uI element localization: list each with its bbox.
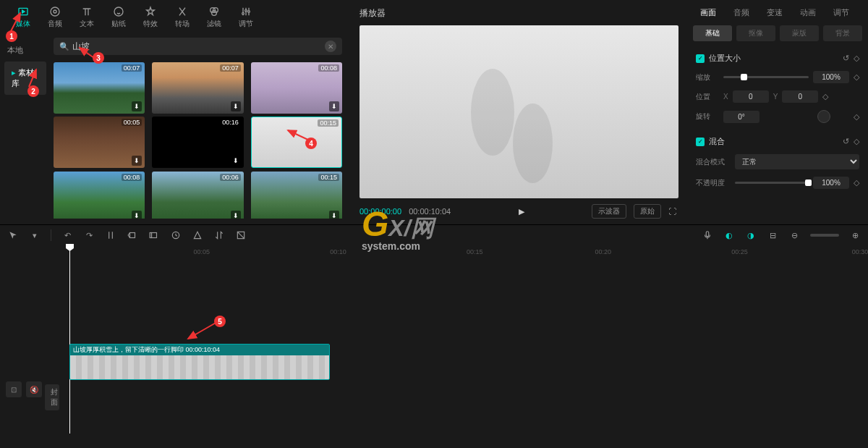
undo-icon[interactable]: ↶ — [61, 229, 73, 241]
ruler-tick: 00:20 — [595, 248, 612, 255]
fullscreen-icon[interactable]: ⛶ — [668, 207, 678, 216]
download-icon[interactable]: ⬇ — [231, 101, 241, 111]
track-mute-icon[interactable]: 🔇 — [26, 381, 42, 397]
track-toggle-icon[interactable]: ⊡ — [6, 381, 22, 397]
download-icon[interactable]: ⬇ — [231, 156, 241, 166]
tab-adjust[interactable]: 调节 — [230, 3, 262, 32]
media-thumb[interactable]: 00:08⬇ — [251, 62, 342, 114]
props-tab-anim[interactable]: 动画 — [793, 4, 823, 21]
link-on-icon[interactable]: ◑ — [745, 229, 757, 241]
keyframe-icon[interactable]: ◇ — [854, 137, 859, 146]
download-icon[interactable]: ⬇ — [231, 211, 241, 219]
zoom-slider[interactable] — [810, 234, 839, 237]
keyframe-icon[interactable]: ◇ — [822, 92, 828, 101]
tab-transition[interactable]: 转场 — [166, 3, 198, 32]
reset-icon[interactable]: ↺ — [843, 137, 849, 146]
props-tab-speed[interactable]: 变速 — [760, 4, 790, 21]
magnet-on-icon[interactable]: ◐ — [723, 229, 735, 241]
cover-button[interactable]: 封面 — [45, 384, 59, 410]
reset-icon[interactable]: ↺ — [843, 54, 849, 63]
reverse-icon[interactable] — [213, 229, 225, 241]
download-icon[interactable]: ⬇ — [132, 101, 142, 111]
tab-audio[interactable]: 音频 — [39, 3, 71, 32]
search-bar[interactable]: 🔍 ✕ — [54, 38, 342, 55]
media-thumb[interactable]: 00:07⬇ — [54, 62, 145, 114]
ruler-tick: 00:05 — [194, 248, 210, 255]
freeze-icon[interactable] — [170, 229, 182, 241]
tab-filter[interactable]: 滤镜 — [198, 3, 230, 32]
rotation-dial[interactable] — [817, 110, 830, 123]
media-thumb[interactable]: 00:15⬇ — [251, 172, 342, 219]
keyframe-icon[interactable]: ◇ — [854, 178, 859, 187]
effect-icon — [144, 6, 157, 17]
props-tab-adjust[interactable]: 调节 — [826, 4, 856, 21]
keyframe-icon[interactable]: ◇ — [854, 54, 859, 63]
redo-icon[interactable]: ↷ — [83, 229, 95, 241]
props-tab-audio[interactable]: 音频 — [726, 4, 757, 21]
props-tab-video[interactable]: 画面 — [693, 4, 723, 21]
media-thumb[interactable]: 00:07⬇ — [152, 62, 243, 114]
keyframe-icon[interactable]: ◇ — [854, 112, 859, 122]
scope-button[interactable]: 示波器 — [592, 204, 626, 219]
pos-x-value[interactable] — [733, 90, 769, 103]
timeline-track-area[interactable]: 山坡厚厚积雪上，留下清晰的一行脚印 00:00:10:04 — [65, 260, 868, 448]
props-subtab-mask[interactable]: 蒙版 — [780, 25, 819, 41]
timeline-clip[interactable]: 山坡厚厚积雪上，留下清晰的一行脚印 00:00:10:04 — [69, 344, 330, 380]
timeline-ruler[interactable]: 00:05 00:10 00:15 00:20 00:25 00:30 — [65, 245, 868, 260]
mic-icon[interactable] — [702, 229, 713, 241]
delete-right-icon[interactable] — [148, 229, 160, 241]
checkbox-position[interactable]: ✓ — [696, 54, 705, 63]
tab-text[interactable]: 文本 — [71, 3, 103, 32]
search-clear-icon[interactable]: ✕ — [325, 41, 336, 52]
media-icon — [17, 6, 30, 17]
media-thumb[interactable]: 00:08⬇ — [54, 172, 145, 219]
transition-icon — [176, 6, 189, 17]
original-button[interactable]: 原始 — [634, 204, 661, 219]
timecode-total: 00:00:10:04 — [409, 207, 451, 216]
media-thumb[interactable]: 00:06⬇ — [152, 172, 243, 219]
opacity-slider[interactable] — [735, 182, 809, 184]
download-icon[interactable]: ⬇ — [329, 101, 339, 111]
tab-sticker[interactable]: 贴纸 — [103, 3, 135, 32]
side-tab-local[interactable]: 本地 — [0, 39, 51, 62]
split-icon[interactable] — [105, 229, 116, 241]
side-tabs: 本地 ▸ 素材库 — [0, 32, 51, 224]
svg-rect-12 — [150, 233, 151, 238]
delete-left-icon[interactable] — [127, 229, 138, 241]
pos-y-value[interactable] — [782, 90, 818, 103]
checkbox-blend[interactable]: ✓ — [696, 138, 705, 146]
media-thumb-selected[interactable]: 00:15 — [251, 117, 342, 168]
rotation-value[interactable] — [723, 111, 760, 123]
download-icon[interactable]: ⬇ — [329, 211, 339, 219]
download-icon[interactable]: ⬇ — [132, 156, 142, 166]
search-input[interactable] — [72, 41, 325, 51]
props-subtab-cutout[interactable]: 抠像 — [736, 25, 775, 41]
media-thumb[interactable]: 00:05⬇ — [54, 117, 145, 168]
scale-value[interactable] — [813, 71, 849, 83]
select-tool[interactable] — [7, 229, 19, 241]
tab-media[interactable]: 媒体 — [7, 3, 39, 32]
tab-label: 贴纸 — [111, 19, 126, 29]
preview-viewport[interactable] — [359, 25, 678, 198]
chevron-down-icon[interactable]: ▾ — [29, 229, 41, 241]
media-thumb[interactable]: 00:16⬇ — [152, 117, 243, 168]
props-subtab-bg[interactable]: 背景 — [823, 25, 862, 41]
media-duration: 00:07 — [122, 64, 142, 72]
play-button[interactable]: ▶ — [519, 207, 524, 216]
preview-cut-icon[interactable]: ⊟ — [767, 229, 778, 241]
mirror-icon[interactable] — [235, 229, 247, 241]
scale-slider[interactable] — [723, 76, 809, 78]
crop-icon[interactable] — [192, 229, 203, 241]
tab-effect[interactable]: 特效 — [135, 3, 166, 32]
tab-label: 调节 — [239, 19, 253, 29]
blend-mode-select[interactable]: 正常 — [735, 154, 859, 169]
opacity-value[interactable] — [813, 177, 849, 189]
media-duration: 00:16 — [220, 119, 241, 126]
download-icon[interactable]: ⬇ — [132, 211, 142, 219]
props-subtab-basic[interactable]: 基础 — [693, 25, 732, 41]
zoom-out-icon[interactable]: ⊖ — [788, 229, 800, 241]
props-subtabs: 基础 抠像 蒙版 背景 — [687, 25, 868, 47]
zoom-in-icon[interactable]: ⊕ — [849, 229, 861, 241]
keyframe-icon[interactable]: ◇ — [854, 72, 859, 82]
side-tab-library[interactable]: ▸ 素材库 — [4, 62, 46, 95]
